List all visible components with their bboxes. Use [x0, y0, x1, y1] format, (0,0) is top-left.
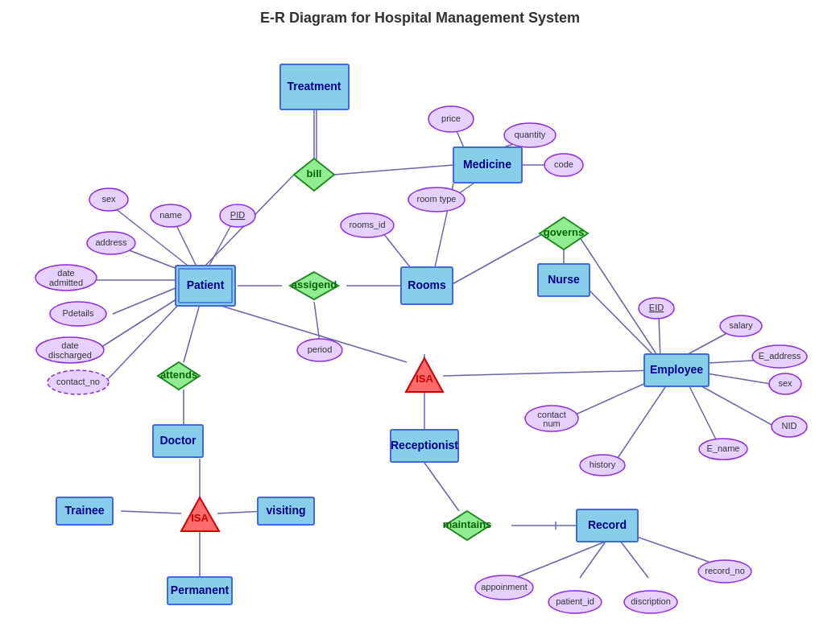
line-nurse-employee: [585, 286, 656, 358]
line-record-recordno: [632, 535, 709, 562]
attr-contactno-label: contact_no: [56, 377, 100, 386]
entity-nurse-label: Nurse: [548, 273, 580, 286]
attr-sex-label: sex: [101, 194, 116, 204]
attr-recordno-label: record_no: [705, 566, 745, 575]
diagram-container: E-R Diagram for Hospital Management Syst…: [0, 0, 840, 635]
entity-employee-label: Employee: [650, 363, 703, 376]
attr-roomtype-label: room type: [417, 194, 457, 204]
attr-appoinment-label: appoinment: [481, 582, 528, 592]
relation-attends-label: attends: [160, 369, 197, 381]
line-emp-history: [614, 385, 667, 463]
attr-salary-label: salary: [729, 320, 753, 330]
line-receptionist-maintains: [424, 463, 459, 511]
er-diagram: Treatment Medicine Patient Rooms Nurse E…: [0, 0, 840, 635]
line-emp-contactnum: [570, 378, 656, 417]
attr-roomsid-label: rooms_id: [349, 220, 385, 229]
relation-assigend-label: assigend: [292, 278, 337, 291]
attr-sex-emp-label: sex: [778, 378, 792, 388]
attr-pdetails-label: Pdetails: [62, 308, 94, 318]
attr-discription-label: discription: [631, 596, 671, 606]
attr-datedischarged-label1: date: [61, 340, 78, 350]
attr-name-label: name: [159, 210, 182, 220]
attr-quantity-label: quantity: [515, 130, 546, 139]
attr-dateadmitted-label2: admitted: [49, 278, 83, 287]
line-bill-medicine: [334, 165, 453, 175]
attr-ename-label: E_name: [707, 443, 740, 453]
line-patient-pdetails: [113, 286, 181, 314]
attr-price-label: price: [441, 113, 461, 123]
entity-receptionist-label: Receptionist: [391, 439, 458, 452]
line-patient-attends: [184, 304, 200, 362]
attr-eid-label: EID: [649, 303, 664, 312]
line-record-patientid: [580, 539, 607, 578]
isa-employee-label: ISA: [416, 373, 433, 385]
entity-trainee-label: Trainee: [64, 504, 104, 517]
attr-patientid-label: patient_id: [556, 596, 594, 606]
attr-period-label: period: [308, 344, 333, 354]
relation-maintains-label: maintains: [443, 518, 492, 530]
entity-rooms-label: Rooms: [408, 278, 446, 291]
entity-visiting-label: visiting: [266, 504, 305, 517]
line-governs-rooms: [449, 233, 544, 286]
attr-history-label: history: [590, 460, 616, 469]
attr-pid-label: PID: [230, 210, 245, 220]
relation-bill-label: bill: [307, 167, 322, 179]
attr-contactnum-label2: num: [543, 419, 560, 428]
attr-dateadmitted-label1: date: [57, 268, 74, 278]
line-isa-trainee: [121, 511, 181, 513]
attr-address-label: address: [95, 237, 127, 247]
attr-code-label: code: [554, 159, 573, 169]
entity-record-label: Record: [588, 518, 627, 531]
line-patient-datedischarged: [97, 296, 181, 350]
entity-medicine-label: Medicine: [463, 158, 511, 171]
isa-doctor-label: ISA: [191, 512, 209, 524]
line-patient-pid: [208, 224, 232, 268]
entity-treatment-label: Treatment: [288, 80, 341, 93]
attr-eaddress-label: E_address: [759, 351, 801, 361]
attr-datedischarged-label2: discharged: [48, 350, 92, 360]
line-emp-isa2: [443, 370, 656, 376]
entity-doctor-label: Doctor: [159, 434, 197, 447]
relation-governs-label: governs: [544, 226, 585, 238]
line-governs-employee: [580, 237, 656, 354]
line-patient-name: [176, 224, 197, 268]
line-record-discription: [620, 541, 648, 578]
attr-nid-label: NID: [782, 421, 797, 431]
entity-permanent-label: Permanent: [171, 583, 230, 596]
entity-patient-label: Patient: [187, 278, 225, 291]
